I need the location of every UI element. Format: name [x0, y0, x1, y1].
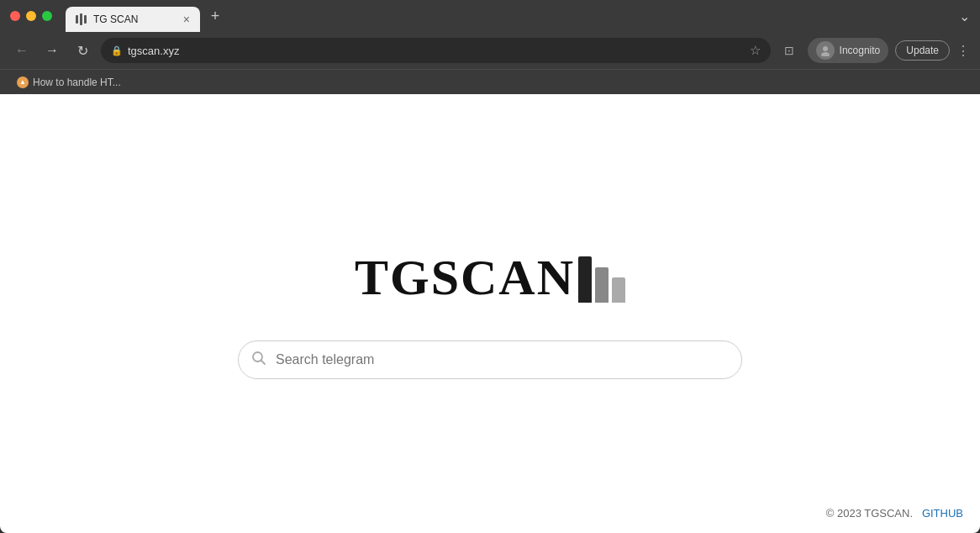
close-button[interactable]: [10, 11, 20, 21]
browser-chrome: TG SCAN × + ⌄ ← → ↻ 🔒 tgscan.xyz ☆ ⊡: [0, 0, 980, 94]
bookmark-label: How to handle HT...: [33, 77, 121, 88]
maximize-button[interactable]: [42, 11, 52, 21]
svg-point-0: [823, 46, 828, 51]
split-view-button[interactable]: ⊡: [777, 39, 801, 62]
logo-bars: [578, 252, 625, 303]
page-content: TGSCAN © 2023 TGSCAN. GITHUB: [0, 94, 980, 533]
address-bar[interactable]: 🔒 tgscan.xyz ☆: [101, 38, 771, 63]
search-container: [238, 340, 742, 379]
footer: © 2023 TGSCAN. GITHUB: [826, 507, 963, 520]
bookmark-item[interactable]: ▲ How to handle HT...: [10, 74, 128, 91]
title-bar: TG SCAN × + ⌄: [0, 0, 980, 32]
minimize-button[interactable]: [26, 11, 36, 21]
logo-bar-tall: [578, 256, 592, 303]
logo-bar-medium: [595, 267, 609, 303]
lock-icon: 🔒: [111, 45, 123, 56]
active-tab[interactable]: TG SCAN ×: [66, 7, 200, 32]
address-text: tgscan.xyz: [128, 45, 745, 57]
title-bar-right: ⌄: [959, 8, 970, 24]
incognito-icon: [816, 41, 835, 60]
bookmark-favicon: ▲: [17, 77, 29, 88]
bookmark-star-button[interactable]: ☆: [750, 43, 761, 58]
update-button[interactable]: Update: [895, 40, 950, 61]
browser-menu-button[interactable]: ⋮: [956, 43, 970, 59]
footer-text: © 2023 TGSCAN.: [826, 507, 913, 520]
search-input[interactable]: [238, 340, 742, 379]
bookmarks-bar: ▲ How to handle HT...: [0, 69, 980, 94]
new-tab-button[interactable]: +: [203, 4, 227, 28]
refresh-button[interactable]: ↻: [71, 39, 94, 62]
back-button[interactable]: ←: [10, 39, 34, 62]
nav-bar: ← → ↻ 🔒 tgscan.xyz ☆ ⊡ Incognito Update …: [0, 32, 980, 69]
tab-favicon: [76, 13, 87, 25]
tab-title: TG SCAN: [93, 13, 177, 25]
collapse-button[interactable]: ⌄: [959, 8, 970, 24]
tab-close-button[interactable]: ×: [183, 13, 190, 25]
incognito-area: Incognito: [808, 38, 889, 63]
github-link[interactable]: GITHUB: [922, 507, 963, 520]
svg-point-1: [821, 52, 830, 56]
logo-text: TGSCAN: [355, 249, 575, 307]
traffic-lights: [10, 11, 52, 21]
forward-button[interactable]: →: [40, 39, 64, 62]
logo-container: TGSCAN: [355, 249, 625, 307]
tabs-area: TG SCAN × +: [66, 0, 959, 32]
incognito-label: Incognito: [840, 45, 881, 56]
logo-bar-short: [612, 277, 625, 303]
